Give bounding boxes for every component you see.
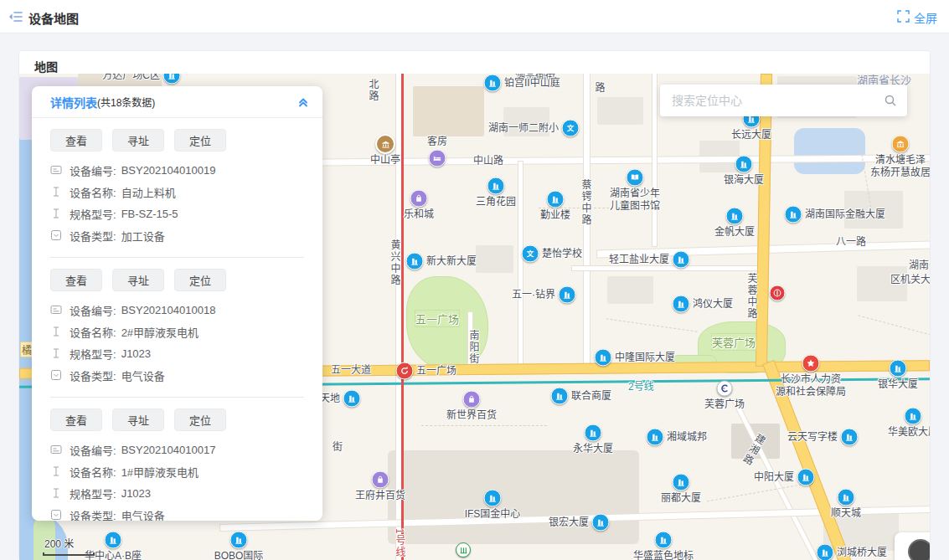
building-icon[interactable]	[655, 532, 673, 549]
building-icon[interactable]	[797, 469, 815, 486]
road-label: 八一路	[836, 234, 866, 248]
card-title: 地图	[34, 58, 58, 74]
poi-label: 湖南国际金融大厦	[805, 208, 885, 221]
building-icon[interactable]	[890, 360, 907, 378]
view-button[interactable]: 查看	[50, 269, 102, 291]
road-minor	[518, 162, 523, 367]
building-icon[interactable]	[647, 429, 664, 446]
map-building-block	[597, 97, 643, 125]
search-input[interactable]	[660, 94, 884, 107]
device-list: 查看 寻址 定位 设备编号:BSY202104010019 设备名称:自动上料机…	[32, 118, 322, 521]
shop-icon[interactable]	[372, 471, 389, 489]
fullscreen-button[interactable]: 全屏	[897, 9, 937, 26]
panorama-button[interactable]	[908, 539, 930, 560]
greenstation-icon[interactable]	[456, 542, 471, 557]
building-icon[interactable]	[838, 489, 855, 506]
building-icon[interactable]	[673, 295, 690, 313]
device-code: BSY202104010019	[121, 164, 216, 177]
building-icon[interactable]	[343, 390, 361, 408]
poi-label: BOBO国际	[214, 550, 264, 560]
sidebar-collapse-icon[interactable]	[8, 10, 23, 27]
poi-label: IFS国金中心	[465, 508, 521, 521]
star-icon[interactable]	[802, 355, 820, 372]
building-icon[interactable]	[105, 532, 122, 549]
view-button[interactable]: 查看	[50, 129, 102, 152]
building-icon[interactable]	[585, 424, 602, 442]
road-label: 北路	[366, 79, 380, 102]
address-button[interactable]: 寻址	[112, 129, 164, 152]
poi-label: 楚怡学校	[542, 248, 582, 260]
building-icon[interactable]	[230, 532, 248, 549]
building-icon[interactable]	[841, 429, 859, 446]
text-icon	[50, 186, 62, 198]
fullscreen-icon	[897, 10, 910, 25]
poi-label: 湖南省少年 儿童图书馆	[610, 188, 660, 213]
page-title: 设备地图	[28, 9, 79, 27]
building-icon[interactable]	[484, 74, 502, 92]
svg-text:文: 文	[527, 249, 534, 258]
collapse-panel-icon[interactable]	[297, 96, 309, 108]
poi-label: 轻工盐业大厦	[609, 254, 669, 266]
building-icon[interactable]	[406, 253, 424, 270]
poi-label: 联合商厦	[571, 390, 611, 403]
poi-label: 丽都大厦	[661, 492, 701, 505]
book-icon[interactable]	[627, 169, 644, 187]
poi-label: 金帆大厦	[714, 226, 755, 239]
poi-label: 中山亭	[370, 154, 400, 167]
map-canvas[interactable]: 万达广场C区铂宫II中山庭文湖南一师二附小客房中山亭三角花园勤业楼湖南省少年 儿…	[19, 74, 930, 560]
poi-label: 新大新大厦	[426, 255, 477, 268]
museum-icon[interactable]	[892, 136, 910, 153]
building-icon[interactable]	[905, 408, 922, 425]
building-icon[interactable]	[673, 474, 690, 491]
bankred-icon[interactable]	[770, 285, 786, 301]
device-code: BSY202104010017	[121, 444, 216, 456]
search-box	[660, 85, 907, 116]
locate-button[interactable]: 定位	[174, 408, 226, 431]
device-code-row: 设备编号:BSY202104010019	[50, 159, 304, 181]
building-icon[interactable]	[547, 191, 565, 208]
road-label: 中山路	[473, 152, 503, 167]
building-icon[interactable]	[673, 251, 690, 269]
shop-icon[interactable]	[410, 190, 428, 208]
school-icon[interactable]: 文	[562, 120, 580, 137]
building-icon[interactable]	[163, 74, 181, 85]
metro-line-1	[401, 74, 404, 560]
locate-button[interactable]: 定位	[174, 269, 226, 291]
search-icon[interactable]	[884, 94, 897, 107]
school-icon[interactable]: 文	[522, 245, 539, 263]
device-model-row: 规格型号:J1023	[50, 342, 304, 364]
poi-label: 客房	[427, 136, 447, 148]
code-icon	[50, 304, 62, 316]
address-button[interactable]: 寻址	[112, 269, 164, 291]
code-icon	[50, 444, 62, 455]
building-icon[interactable]	[487, 177, 505, 195]
map-building-block	[476, 245, 513, 273]
building-icon[interactable]	[551, 388, 569, 405]
hotel-icon[interactable]	[429, 150, 446, 167]
building-icon[interactable]	[785, 206, 802, 223]
metro-icon[interactable]	[717, 381, 733, 397]
poi-label: 湘域城邦	[667, 431, 707, 444]
interchange-icon[interactable]	[396, 362, 414, 380]
building-icon[interactable]	[817, 544, 834, 560]
device-card: 查看 寻址 定位 设备编号:BSY202104010018 设备名称:2#甲醇液…	[50, 257, 304, 386]
view-button[interactable]: 查看	[50, 408, 102, 431]
building-icon[interactable]	[559, 286, 576, 304]
building-icon[interactable]	[735, 156, 753, 173]
building-icon[interactable]	[595, 349, 612, 367]
shop-icon[interactable]	[463, 391, 481, 408]
device-model: FB-SZ-15-5	[121, 208, 178, 220]
pagoda-icon[interactable]	[375, 134, 395, 154]
building-icon[interactable]	[592, 514, 610, 532]
address-button[interactable]: 寻址	[112, 408, 164, 431]
device-model: J1023	[121, 347, 151, 360]
device-type: 电气设备	[121, 367, 165, 383]
building-icon[interactable]	[484, 490, 502, 507]
device-code: BSY202104010018	[121, 304, 216, 316]
poi-label: 万达广场C区	[102, 74, 160, 82]
building-icon[interactable]	[726, 208, 744, 225]
poi-label: 湖南一师二附小	[488, 122, 559, 135]
road-minor	[572, 266, 763, 270]
locate-button[interactable]: 定位	[174, 129, 226, 152]
map-scale-bar	[43, 552, 95, 556]
